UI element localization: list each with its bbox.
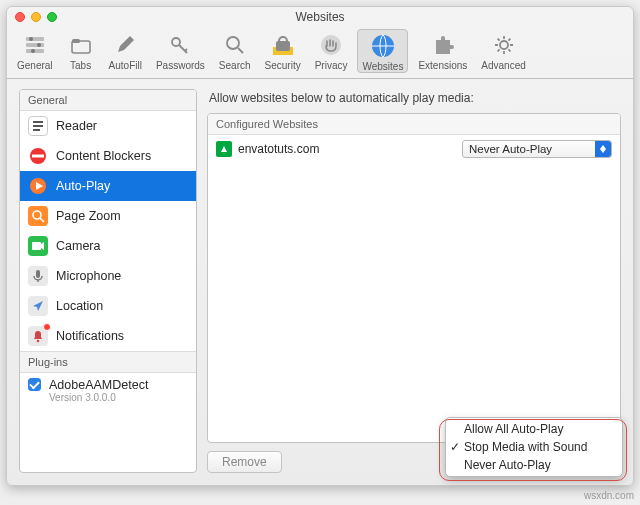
close-window-button[interactable] [15, 12, 25, 22]
sidebar-item-auto-play[interactable]: Auto-Play [20, 171, 196, 201]
svg-rect-0 [26, 37, 44, 41]
toolbar-passwords[interactable]: Passwords [152, 29, 209, 71]
svg-rect-7 [72, 39, 80, 43]
watermark: wsxdn.com [584, 490, 634, 501]
pencil-icon [111, 31, 139, 59]
svg-point-16 [500, 41, 508, 49]
sidebar-item-label: Location [56, 299, 103, 313]
play-icon [28, 176, 48, 196]
titlebar: Websites [7, 7, 633, 27]
sidebar-item-camera[interactable]: Camera [20, 231, 196, 261]
tabs-icon [67, 31, 95, 59]
sidebar-item-reader[interactable]: Reader [20, 111, 196, 141]
svg-rect-17 [33, 121, 43, 123]
sidebar-item-label: Notifications [56, 329, 124, 343]
preferences-toolbar: General Tabs AutoFill Passwords Search S… [7, 27, 633, 79]
plugin-version: Version 3.0.0.0 [49, 392, 148, 403]
search-icon [221, 31, 249, 59]
sidebar-item-page-zoom[interactable]: Page Zoom [20, 201, 196, 231]
hand-icon [317, 31, 345, 59]
footer-bar: Remove When visiting other websites Allo… [207, 443, 621, 473]
sidebar-item-plugin[interactable]: AdobeAAMDetect Version 3.0.0.0 [20, 373, 196, 408]
zoom-icon [28, 206, 48, 226]
preferences-window: Websites General Tabs AutoFill Passwords… [6, 6, 634, 486]
globe-icon [369, 32, 397, 60]
svg-marker-26 [41, 242, 44, 250]
menu-item-never[interactable]: Never Auto-Play [446, 456, 622, 474]
traffic-lights [15, 12, 57, 22]
stepper-arrows-icon [595, 141, 611, 157]
menu-item-allow-all[interactable]: Allow All Auto-Play [446, 420, 622, 438]
svg-point-9 [227, 37, 239, 49]
sidebar-section-general: General [20, 90, 196, 111]
sidebar-section-plugins: Plug-ins [20, 351, 196, 373]
main-pane: Allow websites below to automatically pl… [207, 89, 621, 473]
reader-icon [28, 116, 48, 136]
gear-icon [490, 31, 518, 59]
svg-point-14 [321, 35, 341, 55]
configured-websites-box: Configured Websites envatotuts.com Never… [207, 113, 621, 443]
sidebar-item-location[interactable]: Location [20, 291, 196, 321]
website-setting-value: Never Auto-Play [469, 143, 552, 155]
microphone-icon [28, 266, 48, 286]
toolbar-autofill[interactable]: AutoFill [105, 29, 146, 71]
location-icon [28, 296, 48, 316]
svg-point-3 [29, 37, 33, 41]
toolbar-general[interactable]: General [13, 29, 57, 71]
blocker-icon [28, 146, 48, 166]
toolbar-advanced[interactable]: Advanced [477, 29, 529, 71]
svg-rect-27 [36, 270, 40, 278]
sidebar-item-notifications[interactable]: Notifications [20, 321, 196, 351]
favicon-icon [216, 141, 232, 157]
window-title: Websites [295, 10, 344, 24]
sidebar-item-content-blockers[interactable]: Content Blockers [20, 141, 196, 171]
sidebar-item-label: Auto-Play [56, 179, 110, 193]
bell-icon [28, 326, 48, 346]
camera-icon [28, 236, 48, 256]
sidebar-item-label: Camera [56, 239, 100, 253]
key-icon [166, 31, 194, 59]
sidebar-item-microphone[interactable]: Microphone [20, 261, 196, 291]
puzzle-icon [429, 31, 457, 59]
sidebar-item-label: Reader [56, 119, 97, 133]
toolbar-search[interactable]: Search [215, 29, 255, 71]
pane-hint: Allow websites below to automatically pl… [209, 91, 621, 105]
toolbar-privacy[interactable]: Privacy [311, 29, 352, 71]
svg-point-4 [37, 43, 41, 47]
sidebar: General Reader Content Blockers Auto-Pla… [19, 89, 197, 473]
plugin-enabled-checkbox[interactable] [28, 378, 41, 391]
svg-point-29 [37, 340, 40, 343]
website-domain: envatotuts.com [238, 142, 456, 156]
sidebar-item-label: Microphone [56, 269, 121, 283]
svg-point-8 [172, 38, 180, 46]
remove-button[interactable]: Remove [207, 451, 282, 473]
website-setting-popup[interactable]: Never Auto-Play [462, 140, 612, 158]
toolbar-extensions[interactable]: Extensions [414, 29, 471, 71]
minimize-window-button[interactable] [31, 12, 41, 22]
zoom-window-button[interactable] [47, 12, 57, 22]
notification-badge [43, 323, 51, 331]
svg-point-24 [33, 211, 41, 219]
toolbar-security[interactable]: Security [261, 29, 305, 71]
svg-rect-18 [33, 125, 43, 127]
svg-rect-19 [33, 129, 40, 131]
svg-rect-25 [32, 242, 41, 250]
svg-rect-21 [32, 155, 44, 158]
sidebar-item-label: Page Zoom [56, 209, 121, 223]
other-websites-menu[interactable]: Allow All Auto-Play Stop Media with Soun… [445, 417, 623, 477]
website-row[interactable]: envatotuts.com Never Auto-Play [208, 135, 620, 163]
sliders-icon [21, 31, 49, 59]
menu-item-stop-sound[interactable]: Stop Media with Sound [446, 438, 622, 456]
toolbar-websites[interactable]: Websites [357, 29, 408, 73]
configured-header: Configured Websites [208, 114, 620, 135]
plugin-name: AdobeAAMDetect [49, 378, 148, 392]
svg-rect-1 [26, 43, 44, 47]
lock-icon [269, 31, 297, 59]
svg-point-5 [31, 49, 35, 53]
sidebar-item-label: Content Blockers [56, 149, 151, 163]
toolbar-tabs[interactable]: Tabs [63, 29, 99, 71]
svg-marker-28 [33, 301, 43, 311]
